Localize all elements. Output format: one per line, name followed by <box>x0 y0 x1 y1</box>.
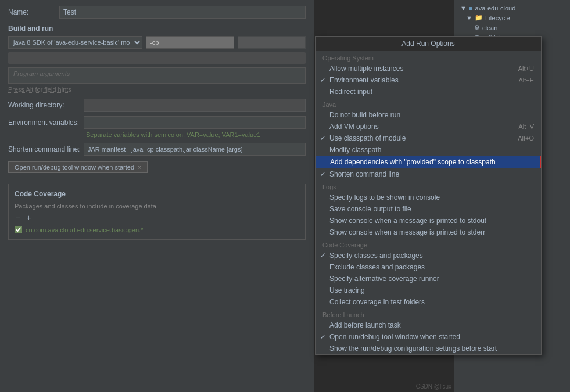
sidebar-item-label: clean <box>482 24 497 31</box>
menu-item-label: Show the run/debug configuration setting… <box>329 344 497 353</box>
menu-item-redirect-input[interactable]: Redirect input <box>316 86 541 98</box>
shortcut-allow-multiple: Alt+U <box>518 65 534 72</box>
hint-text: Press Alt for field hints <box>8 86 306 93</box>
menu-item-add-provided[interactable]: Add dependencies with "provided" scope t… <box>316 156 541 168</box>
menu-item-label: Open run/debug tool window when started <box>329 333 460 341</box>
shortcut-use-classpath: Alt+O <box>518 135 534 142</box>
cc-add-button[interactable]: + <box>25 213 32 222</box>
menu-item-add-vm[interactable]: Add VM options Alt+V <box>316 121 541 132</box>
section-logs: Logs <box>316 180 541 192</box>
program-args-box[interactable]: Program arguments <box>8 67 306 84</box>
menu-item-label: Show console when a message is printed t… <box>329 228 485 236</box>
name-input[interactable] <box>59 6 306 19</box>
menu-item-label: Exclude classes and packages <box>329 263 425 271</box>
code-coverage-title: Code Coverage <box>15 190 299 198</box>
menu-item-label: Specify logs to be shown in console <box>329 193 440 202</box>
code-coverage-section: Code Coverage Packages and classes to in… <box>8 184 306 240</box>
cc-remove-button[interactable]: − <box>15 213 21 222</box>
name-label: Name: <box>8 8 55 16</box>
shortcut-env-vars: Alt+E <box>518 77 534 84</box>
open-run-button[interactable]: Open run/debug tool window when started … <box>8 161 148 173</box>
check-icon: ✓ <box>320 76 326 84</box>
sep-text: Separate variables with semicolon: VAR=v… <box>86 131 306 138</box>
menu-item-collect-coverage[interactable]: Collect coverage in test folders <box>316 296 541 308</box>
sidebar-item-label: Lifecycle <box>485 15 510 21</box>
watermark: CSDN @llcux <box>416 383 451 390</box>
cc-checkbox[interactable] <box>15 226 22 233</box>
menu-item-specify-classes[interactable]: ✓ Specify classes and packages <box>316 250 541 261</box>
env-var-label: Environment variables: <box>8 118 84 127</box>
menu-item-label: Specify classes and packages <box>329 251 423 260</box>
menu-item-label: Do not build before run <box>329 111 400 119</box>
section-java: Java <box>316 98 541 109</box>
check-icon: ✓ <box>320 251 326 260</box>
sidebar-item-ava-edu-cloud[interactable]: ▼ ■ ava-edu-cloud <box>454 3 570 13</box>
menu-item-label: Allow multiple instances <box>329 64 403 73</box>
menu-item-label: Add dependencies with "provided" scope t… <box>330 158 496 166</box>
menu-item-specify-logs[interactable]: Specify logs to be shown in console <box>316 192 541 203</box>
program-args-placeholder: Program arguments <box>13 70 70 77</box>
working-dir-label: Working directory: <box>8 101 84 109</box>
menu-item-exclude-classes[interactable]: Exclude classes and packages <box>316 261 541 273</box>
section-code-coverage: Code Coverage <box>316 238 541 250</box>
section-operating-system: Operating System <box>316 51 541 63</box>
menu-item-modify-classpath[interactable]: Modify classpath <box>316 144 541 156</box>
left-panel: Name: Build and run java 8 SDK of 'ava-e… <box>0 0 314 392</box>
open-run-label: Open run/debug tool window when started <box>15 164 134 171</box>
sidebar-item-clean[interactable]: ⚙ clean <box>454 23 570 33</box>
menu-item-label: Specify alternative coverage runner <box>329 275 439 283</box>
check-icon: ✓ <box>320 170 326 178</box>
folder-icon: 📁 <box>475 14 483 21</box>
menu-item-label: Save console output to file <box>329 205 411 213</box>
menu-item-label: Show console when a message is printed t… <box>329 217 486 225</box>
sidebar-item-lifecycle[interactable]: ▼ 📁 Lifecycle <box>454 13 570 23</box>
cp-input[interactable] <box>146 36 234 49</box>
shorten-value[interactable]: JAR manifest - java -cp classpath.jar cl… <box>84 143 306 156</box>
menu-item-save-console[interactable]: Save console output to file <box>316 203 541 215</box>
menu-item-label: Redirect input <box>329 88 372 96</box>
section-before-launch: Before Launch <box>316 308 541 319</box>
menu-item-add-before-launch[interactable]: Add before launch task <box>316 319 541 331</box>
name-row: Name: <box>8 6 306 19</box>
cc-entry-text: cn.com.ava.cloud.edu.service.basic.gen.* <box>26 226 143 233</box>
menu-item-label: Collect coverage in test folders <box>329 298 425 306</box>
menu-item-show-stderr[interactable]: Show console when a message is printed t… <box>316 226 541 238</box>
menu-item-label: Modify classpath <box>329 146 381 154</box>
cc-toolbar: − + <box>15 213 299 222</box>
expand-icon: ▼ <box>460 5 467 12</box>
build-run-title: Build and run <box>8 24 306 33</box>
menu-item-label: Shorten command line <box>329 170 399 178</box>
menu-item-label: Add VM options <box>329 123 379 131</box>
sidebar-item-label: ava-edu-cloud <box>475 5 516 12</box>
menu-item-label: Use classpath of module <box>329 134 406 142</box>
menu-item-allow-multiple[interactable]: Allow multiple instances Alt+U <box>316 63 541 74</box>
menu-item-alt-runner[interactable]: Specify alternative coverage runner <box>316 273 541 285</box>
env-var-row: Environment variables: <box>8 116 306 129</box>
menu-item-label: Use tracing <box>329 286 365 294</box>
menu-item-show-settings[interactable]: Show the run/debug configuration setting… <box>316 343 541 354</box>
gear-icon: ⚙ <box>474 24 480 31</box>
check-icon: ✓ <box>320 134 326 142</box>
menu-item-env-vars[interactable]: ✓ Environment variables Alt+E <box>316 74 541 86</box>
sdk-select[interactable]: java 8 SDK of 'ava-edu-service-basic' mo <box>8 36 142 49</box>
close-icon[interactable]: × <box>138 164 141 171</box>
check-icon: ✓ <box>320 333 326 341</box>
packages-subtitle: Packages and classes to include in cover… <box>15 203 299 210</box>
menu-item-label: Add before launch task <box>329 321 401 329</box>
menu-item-open-run-debug[interactable]: ✓ Open run/debug tool window when starte… <box>316 331 541 343</box>
sdk-row: java 8 SDK of 'ava-edu-service-basic' mo <box>8 36 306 49</box>
menu-item-use-classpath[interactable]: ✓ Use classpath of module Alt+O <box>316 132 541 144</box>
menu-item-use-tracing[interactable]: Use tracing <box>316 285 541 296</box>
dropdown-header: Add Run Options <box>316 37 541 51</box>
cc-entry: cn.com.ava.cloud.edu.service.basic.gen.* <box>15 226 299 233</box>
menu-item-no-build[interactable]: Do not build before run <box>316 109 541 121</box>
env-var-input[interactable] <box>84 116 306 129</box>
menu-item-show-stdout[interactable]: Show console when a message is printed t… <box>316 215 541 226</box>
shorten-row: Shorten command line: JAR manifest - jav… <box>8 143 306 156</box>
shorten-label: Shorten command line: <box>8 145 84 153</box>
working-dir-row: Working directory: <box>8 99 306 112</box>
menu-item-shorten-cmd[interactable]: ✓ Shorten command line <box>316 168 541 180</box>
shortcut-add-vm: Alt+V <box>518 123 534 130</box>
expand-icon: ▼ <box>466 15 472 21</box>
dropdown-menu: Add Run Options Operating System Allow m… <box>315 36 542 355</box>
